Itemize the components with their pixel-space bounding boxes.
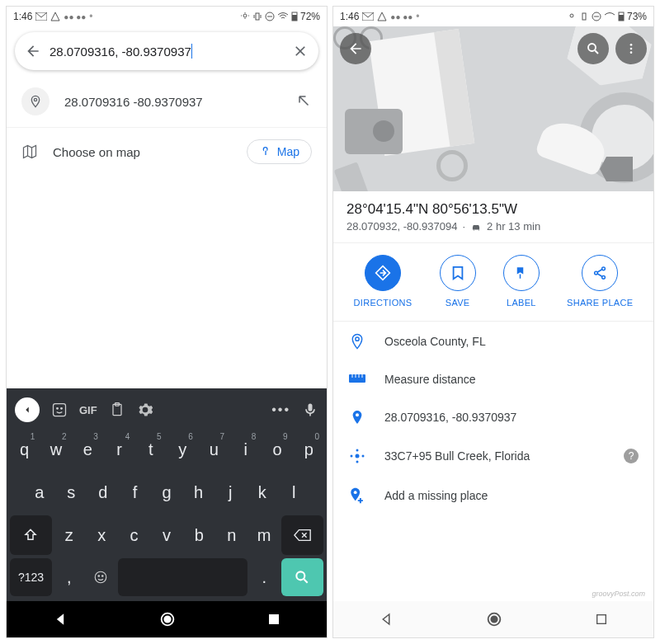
comma-key[interactable]: , <box>54 558 83 596</box>
symbols-key[interactable]: ?123 <box>10 558 52 596</box>
svg-point-15 <box>297 571 305 580</box>
svg-rect-7 <box>54 404 66 416</box>
measure-row[interactable]: Measure distance <box>333 361 653 397</box>
battery-icon <box>618 12 625 21</box>
overflow-button[interactable] <box>615 33 647 64</box>
keyboard[interactable]: GIF ••• 1q2w3e4r5t6y7u8i9o0p asdfghjkl z… <box>7 388 327 601</box>
car-icon <box>470 222 482 232</box>
ruler-icon <box>348 374 366 384</box>
pluscode-row[interactable]: 33C7+95 Bull Creek, Florida ? <box>333 437 653 475</box>
key-b[interactable]: b <box>184 515 214 555</box>
insert-icon[interactable] <box>297 94 312 109</box>
gmail-icon <box>35 12 47 21</box>
coords-decimal: 28.070932, -80.937094 <box>346 220 457 233</box>
key-g[interactable]: g <box>152 472 182 512</box>
map-button[interactable]: Map <box>247 139 312 164</box>
key-o[interactable]: 9o <box>262 430 291 469</box>
svg-point-12 <box>95 571 106 583</box>
clipboard-icon[interactable] <box>109 402 125 418</box>
key-h[interactable]: h <box>184 472 214 512</box>
period-key[interactable]: . <box>250 558 279 596</box>
clear-icon[interactable] <box>292 43 309 59</box>
key-u[interactable]: 7u <box>200 430 229 469</box>
svg-point-9 <box>61 408 63 410</box>
mic-icon[interactable] <box>302 402 318 418</box>
svg-point-39 <box>362 455 365 458</box>
sticker-icon[interactable] <box>51 402 68 418</box>
key-w[interactable]: 2w <box>41 430 70 469</box>
key-l[interactable]: l <box>280 472 309 512</box>
key-n[interactable]: n <box>217 515 247 555</box>
status-dot: • <box>416 11 419 22</box>
key-y[interactable]: 6y <box>167 430 196 469</box>
drive-time: 2 hr 13 min <box>487 220 540 233</box>
nav-home-icon[interactable] <box>158 610 177 628</box>
suggestion-text: 28.0709316 -80.9370937 <box>64 95 282 109</box>
shift-key[interactable] <box>10 515 52 555</box>
search-input-container[interactable]: 28.0709316, -80.9370937 <box>15 32 318 70</box>
phone-place-screen: 1:46 ●● ●● • 73% <box>332 6 654 638</box>
key-m[interactable]: m <box>249 515 279 555</box>
wifi-icon <box>277 12 289 21</box>
suggestion-row[interactable]: 28.0709316 -80.9370937 <box>7 76 327 127</box>
directions-button[interactable]: DIRECTIONS <box>354 255 412 308</box>
choose-on-map-row: Choose on map Map <box>7 128 327 176</box>
svg-point-35 <box>356 413 359 416</box>
details-list: Osceola County, FL Measure distance 28.0… <box>333 322 653 516</box>
search-key[interactable] <box>281 558 323 596</box>
county-row[interactable]: Osceola County, FL <box>333 322 653 361</box>
add-place-row[interactable]: Add a missing place <box>333 475 653 516</box>
help-icon[interactable]: ? <box>624 449 639 463</box>
save-button[interactable]: SAVE <box>440 255 476 308</box>
keyboard-collapse-icon[interactable] <box>15 397 40 422</box>
share-button[interactable]: SHARE PLACE <box>567 255 633 308</box>
nav-back-icon[interactable] <box>379 612 394 627</box>
svg-point-33 <box>356 337 359 341</box>
latlon-row[interactable]: 28.0709316, -80.9370937 <box>333 397 653 437</box>
gear-icon[interactable] <box>137 402 153 418</box>
battery-percent: 72% <box>300 11 320 22</box>
key-c[interactable]: c <box>119 515 148 555</box>
search-input[interactable]: 28.0709316, -80.9370937 <box>50 44 284 59</box>
warning-icon <box>50 12 60 21</box>
nav-recent-icon[interactable] <box>266 612 281 627</box>
key-a[interactable]: a <box>25 472 54 512</box>
dnd-icon <box>265 12 275 21</box>
key-v[interactable]: v <box>152 515 182 555</box>
svg-rect-2 <box>256 13 259 20</box>
more-icon[interactable]: ••• <box>271 402 290 417</box>
backspace-key[interactable] <box>281 515 323 555</box>
label-button[interactable]: LABEL <box>503 255 540 308</box>
nav-recent-icon[interactable] <box>595 613 608 626</box>
key-j[interactable]: j <box>215 472 245 512</box>
svg-rect-29 <box>520 275 521 279</box>
back-icon[interactable] <box>25 43 41 59</box>
key-i[interactable]: 8i <box>231 430 260 469</box>
search-button[interactable] <box>578 33 609 64</box>
svg-point-43 <box>491 616 497 622</box>
back-button[interactable] <box>340 33 371 64</box>
key-s[interactable]: s <box>57 472 87 512</box>
key-k[interactable]: k <box>248 472 277 512</box>
location-icon <box>567 12 577 21</box>
touch-icon <box>259 145 272 158</box>
key-q[interactable]: 1q <box>10 430 39 469</box>
nav-home-icon[interactable] <box>485 610 503 628</box>
key-d[interactable]: d <box>88 472 118 512</box>
key-x[interactable]: x <box>87 515 116 555</box>
status-time: 1:46 <box>13 11 32 22</box>
key-r[interactable]: 4r <box>105 430 134 469</box>
key-t[interactable]: 5t <box>136 430 165 469</box>
key-e[interactable]: 3e <box>73 430 102 469</box>
key-z[interactable]: z <box>54 515 84 555</box>
key-p[interactable]: 0p <box>295 430 323 469</box>
nav-back-icon[interactable] <box>52 611 68 628</box>
space-key[interactable] <box>118 558 248 596</box>
svg-point-13 <box>98 576 100 577</box>
choose-on-map-label: Choose on map <box>53 145 232 159</box>
map-outline-icon <box>21 143 38 160</box>
svg-rect-24 <box>619 15 624 21</box>
emoji-key[interactable] <box>86 558 115 596</box>
key-f[interactable]: f <box>120 472 150 512</box>
gif-button[interactable]: GIF <box>79 404 97 416</box>
